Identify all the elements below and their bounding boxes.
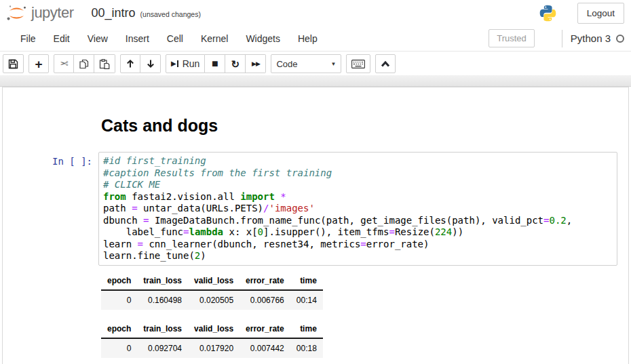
menu-item-view[interactable]: View xyxy=(79,26,117,51)
menu-item-insert[interactable]: Insert xyxy=(117,26,158,51)
code-line: #caption Results from the first training xyxy=(103,167,613,180)
jupyter-logo-icon xyxy=(5,4,28,22)
fast-forward-icon: ▶▶ xyxy=(252,61,260,67)
code-line: dbunch = ImageDataBunch.from_name_func(p… xyxy=(103,215,613,227)
table-cell: 0.007442 xyxy=(240,338,290,358)
keyboard-icon xyxy=(351,60,365,68)
chevron-up-icon xyxy=(381,60,390,68)
table-cell: 0 xyxy=(101,290,137,310)
column-header: error_rate xyxy=(240,321,290,338)
run-icon: ▶ xyxy=(171,60,178,67)
notebook-title[interactable]: 00_intro xyxy=(92,6,136,20)
logout-button[interactable]: Logout xyxy=(577,3,624,24)
cut-cell-button[interactable]: ✂ xyxy=(54,54,74,73)
separator xyxy=(562,30,562,47)
table-cell: 0.027785 xyxy=(137,358,188,364)
save-icon xyxy=(8,59,18,69)
column-header: epoch xyxy=(101,321,137,338)
code-line: label_func=lambda x: x[0].isupper(), ite… xyxy=(103,226,613,239)
move-cell-up-button[interactable] xyxy=(120,54,140,73)
code-input-area[interactable]: #id first_training#caption Results from … xyxy=(98,152,617,266)
code-line: path = untar_data(URLs.PETS)/'images' xyxy=(103,203,613,215)
menu-item-cell[interactable]: Cell xyxy=(158,26,192,51)
python-logo-icon xyxy=(539,4,557,22)
column-header: time xyxy=(290,273,323,290)
code-line: # CLICK ME xyxy=(103,179,613,191)
code-line: from fastai2.vision.all import * xyxy=(103,191,613,203)
cell-type-value: Code xyxy=(276,59,297,69)
table-cell: 00:14 xyxy=(290,290,323,310)
training-results-table: epochtrain_lossvalid_losserror_ratetime0… xyxy=(101,273,323,310)
menu-item-help[interactable]: Help xyxy=(289,26,326,51)
stop-icon: ■ xyxy=(212,58,218,69)
code-line: learn.fine_tune(2) xyxy=(103,250,613,262)
copy-cell-button[interactable] xyxy=(74,54,94,73)
fine-tune-results-table: epochtrain_lossvalid_losserror_ratetime0… xyxy=(101,321,323,364)
add-cell-button[interactable]: + xyxy=(28,54,49,73)
code-line: #id first_training xyxy=(103,155,613,167)
scroll-up-button[interactable] xyxy=(375,54,396,73)
column-header: error_rate xyxy=(240,273,290,290)
arrow-up-icon xyxy=(126,59,135,68)
output-area: epochtrain_lossvalid_losserror_ratetime0… xyxy=(101,273,628,364)
checkpoint-status: (unsaved changes) xyxy=(140,7,201,18)
cell-type-dropdown[interactable]: Code ▼ xyxy=(271,54,341,73)
move-cell-down-button[interactable] xyxy=(140,54,161,73)
table-row: 00.1604980.0205050.00676600:14 xyxy=(101,290,323,310)
header: jupyter 00_intro (unsaved changes) Logou… xyxy=(0,0,631,26)
table-cell: 1 xyxy=(101,358,137,364)
menubar: FileEditViewInsertCellKernelWidgetsHelp … xyxy=(0,26,631,52)
interrupt-kernel-button[interactable]: ■ xyxy=(205,54,225,73)
run-button[interactable]: ▶ Run xyxy=(166,54,205,73)
column-header: valid_loss xyxy=(188,321,240,338)
table-cell: 0.012449 xyxy=(188,358,240,364)
copy-icon xyxy=(79,59,89,69)
menu-item-widgets[interactable]: Widgets xyxy=(237,26,289,51)
table-row: 10.0277850.0124490.00541300:18 xyxy=(101,358,323,364)
table-cell: 00:18 xyxy=(290,358,323,364)
jupyter-logo[interactable]: jupyter xyxy=(5,4,74,22)
arrow-down-icon xyxy=(146,59,155,68)
table-cell: 0.092704 xyxy=(137,338,188,358)
paste-icon xyxy=(99,59,110,69)
notebook-container: Cats and dogs In [ ]: #id first_training… xyxy=(2,87,629,364)
caret-down-icon: ▼ xyxy=(330,61,336,67)
code-cell[interactable]: In [ ]: #id first_training#caption Resul… xyxy=(3,152,628,266)
column-header: valid_loss xyxy=(188,273,240,290)
column-header: train_loss xyxy=(137,273,188,290)
markdown-cell[interactable]: Cats and dogs xyxy=(3,116,628,136)
table-cell: 0.006766 xyxy=(240,290,290,310)
page-background-band xyxy=(0,75,631,87)
table-cell: 0.020505 xyxy=(188,290,240,310)
menubar-items: FileEditViewInsertCellKernelWidgetsHelp xyxy=(12,26,326,51)
column-header: epoch xyxy=(101,273,137,290)
table-cell: 0.005413 xyxy=(240,358,290,364)
command-palette-button[interactable] xyxy=(346,54,370,73)
code-line: learn = cnn_learner(dbunch, resnet34, me… xyxy=(103,239,613,251)
table-cell: 0.017920 xyxy=(188,338,240,358)
paste-cell-button[interactable] xyxy=(94,54,115,73)
save-button[interactable] xyxy=(3,54,24,73)
run-label: Run xyxy=(183,58,200,69)
trusted-badge[interactable]: Trusted xyxy=(489,29,535,47)
table-row: 00.0927040.0179200.00744200:18 xyxy=(101,338,323,358)
table-cell: 00:18 xyxy=(290,338,323,358)
restart-kernel-button[interactable]: ↻ xyxy=(225,54,246,73)
kernel-name: Python 3 xyxy=(571,33,611,44)
scissors-icon: ✂ xyxy=(60,58,69,70)
menu-item-kernel[interactable]: Kernel xyxy=(192,26,237,51)
kernel-idle-icon xyxy=(616,35,624,43)
column-header: time xyxy=(290,321,323,338)
notebook-heading: Cats and dogs xyxy=(101,116,628,136)
input-prompt: In [ ]: xyxy=(3,152,98,167)
restart-run-all-button[interactable]: ▶▶ xyxy=(246,54,266,73)
column-header: train_loss xyxy=(137,321,188,338)
menu-item-file[interactable]: File xyxy=(12,26,45,51)
restart-icon: ↻ xyxy=(231,59,240,69)
toolbar: + ✂ xyxy=(0,52,631,75)
plus-icon: + xyxy=(35,58,42,70)
table-cell: 0 xyxy=(101,338,137,358)
table-cell: 0.160498 xyxy=(137,290,188,310)
jupyter-wordmark: jupyter xyxy=(31,5,74,22)
menu-item-edit[interactable]: Edit xyxy=(45,26,79,51)
